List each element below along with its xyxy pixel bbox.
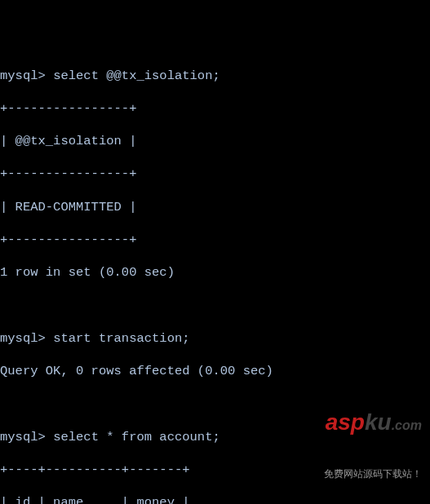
cmd-line-1: mysql> select @@tx_isolation; xyxy=(0,68,430,84)
table-border: +----------------+ xyxy=(0,166,430,182)
table-border: +----------------+ xyxy=(0,100,430,117)
watermark: aspku.com 免费网站源码下载站！ xyxy=(324,374,422,497)
watermark-subtitle: 免费网站源码下载站！ xyxy=(324,468,422,481)
cmd-line-2: mysql> start transaction; xyxy=(0,330,430,347)
watermark-logo: aspku.com xyxy=(324,408,422,437)
prompt: mysql> xyxy=(0,69,46,83)
result-line: 1 row in set (0.00 sec) xyxy=(0,264,430,281)
cmd-text: select @@tx_isolation; xyxy=(53,69,220,83)
blank-line xyxy=(0,298,430,314)
prompt: mysql> xyxy=(0,331,46,346)
cmd-text: start transaction; xyxy=(53,331,189,346)
prompt: mysql> xyxy=(0,430,46,444)
table-border: +----------------+ xyxy=(0,232,430,248)
cmd-text: select * from account; xyxy=(53,430,220,444)
table-header: | @@tx_isolation | xyxy=(0,133,430,149)
table-row: | READ-COMMITTED | xyxy=(0,199,430,215)
